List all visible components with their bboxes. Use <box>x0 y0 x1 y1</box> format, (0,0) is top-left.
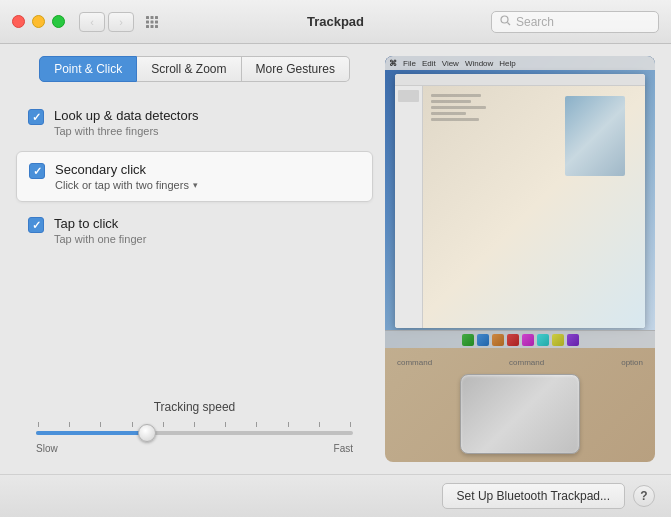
svg-point-9 <box>501 16 508 23</box>
text-line <box>431 94 481 97</box>
tab-scroll-zoom[interactable]: Scroll & Zoom <box>137 56 241 82</box>
tick <box>100 422 101 427</box>
screen-menubar: ⌘ File Edit View Window Help <box>385 56 655 70</box>
checkbox-tap-to-click[interactable]: ✓ <box>28 217 44 233</box>
dock-icon <box>537 334 549 346</box>
dock-icon <box>492 334 504 346</box>
titlebar: ‹ › Trackpad Search <box>0 0 671 44</box>
tick <box>194 422 195 427</box>
text-line <box>431 118 479 121</box>
tick <box>132 422 133 427</box>
setting-secondary-click[interactable]: ✓ Secondary click Click or tap with two … <box>16 151 373 202</box>
dock-icon <box>477 334 489 346</box>
trackpad-preview: ⌘ File Edit View Window Help <box>385 56 655 462</box>
menu-item: Edit <box>422 59 436 68</box>
tracking-speed-section: Tracking speed <box>16 388 373 462</box>
slider-slow-label: Slow <box>36 443 58 454</box>
checkbox-secondary-click[interactable]: ✓ <box>29 163 45 179</box>
bottom-bar: Set Up Bluetooth Trackpad... ? <box>0 474 671 517</box>
slider-track <box>36 431 353 435</box>
screen-window <box>395 74 645 328</box>
menu-item: File <box>403 59 416 68</box>
left-panel: Point & Click Scroll & Zoom More Gesture… <box>16 56 373 462</box>
search-icon <box>500 15 511 28</box>
svg-rect-2 <box>155 16 158 19</box>
checkmark-icon: ✓ <box>32 112 41 123</box>
setting-tap-to-click-title: Tap to click <box>54 216 146 231</box>
nav-arrows: ‹ › <box>79 12 134 32</box>
tick <box>288 422 289 427</box>
menu-item: Window <box>465 59 493 68</box>
screen-sidebar <box>395 86 423 328</box>
screen-win-body <box>395 86 645 328</box>
slider-thumb[interactable] <box>138 424 156 442</box>
tick <box>38 422 39 427</box>
screen-main <box>423 86 645 328</box>
menu-item: Help <box>499 59 515 68</box>
slider-fast-label: Fast <box>334 443 353 454</box>
setting-tap-to-click-desc: Tap with one finger <box>54 233 146 245</box>
tab-point-click[interactable]: Point & Click <box>39 56 137 82</box>
svg-rect-5 <box>155 20 158 23</box>
setting-look-up-text: Look up & data detectors Tap with three … <box>54 108 199 137</box>
dock-icon <box>552 334 564 346</box>
close-button[interactable] <box>12 15 25 28</box>
tick <box>69 422 70 427</box>
settings-list: ✓ Look up & data detectors Tap with thre… <box>16 98 373 255</box>
tick <box>319 422 320 427</box>
setting-look-up[interactable]: ✓ Look up & data detectors Tap with thre… <box>16 98 373 147</box>
slider-container: Slow Fast <box>28 422 361 454</box>
dock-icon <box>567 334 579 346</box>
screen-content: ⌘ File Edit View Window Help <box>385 56 655 348</box>
dropdown-arrow-icon: ▾ <box>193 180 198 190</box>
menu-item: View <box>442 59 459 68</box>
tick <box>256 422 257 427</box>
text-line <box>431 112 466 115</box>
setting-secondary-click-title: Secondary click <box>55 162 198 177</box>
checkbox-look-up[interactable]: ✓ <box>28 109 44 125</box>
tab-more-gestures[interactable]: More Gestures <box>242 56 350 82</box>
keyboard-labels: command command option <box>385 358 655 367</box>
screen-dock <box>385 330 655 348</box>
svg-line-10 <box>508 23 511 26</box>
maximize-button[interactable] <box>52 15 65 28</box>
dock-icon <box>507 334 519 346</box>
setting-look-up-title: Look up & data detectors <box>54 108 199 123</box>
search-box[interactable]: Search <box>491 11 659 33</box>
right-panel: ⌘ File Edit View Window Help <box>385 56 655 462</box>
svg-rect-0 <box>146 16 149 19</box>
slider-fill <box>36 431 147 435</box>
svg-rect-3 <box>146 20 149 23</box>
main-content: Point & Click Scroll & Zoom More Gesture… <box>0 44 671 474</box>
screen-image <box>565 96 625 176</box>
tick <box>163 422 164 427</box>
command-label-right: command <box>509 358 544 367</box>
help-button[interactable]: ? <box>633 485 655 507</box>
search-placeholder: Search <box>516 15 554 29</box>
menu-item: ⌘ <box>389 59 397 68</box>
back-arrow-icon: ‹ <box>90 16 94 28</box>
slider-labels: Slow Fast <box>36 443 353 454</box>
setting-secondary-click-desc[interactable]: Click or tap with two fingers ▾ <box>55 179 198 191</box>
back-button[interactable]: ‹ <box>79 12 105 32</box>
option-label: option <box>621 358 643 367</box>
minimize-button[interactable] <box>32 15 45 28</box>
bluetooth-button[interactable]: Set Up Bluetooth Trackpad... <box>442 483 625 509</box>
dock-icon <box>462 334 474 346</box>
tick-marks <box>36 422 353 427</box>
forward-button[interactable]: › <box>108 12 134 32</box>
setting-look-up-desc: Tap with three fingers <box>54 125 199 137</box>
grid-button[interactable] <box>139 12 165 32</box>
svg-rect-8 <box>155 25 158 28</box>
checkmark-icon: ✓ <box>33 166 42 177</box>
preview-screen: ⌘ File Edit View Window Help <box>385 56 655 348</box>
setting-tap-to-click[interactable]: ✓ Tap to click Tap with one finger <box>16 206 373 255</box>
text-line <box>431 106 486 109</box>
secondary-click-desc-text: Click or tap with two fingers <box>55 179 189 191</box>
screen-text-lines <box>431 94 486 121</box>
grid-icon <box>145 15 159 29</box>
checkmark-icon: ✓ <box>32 220 41 231</box>
svg-rect-4 <box>151 20 154 23</box>
tabs-container: Point & Click Scroll & Zoom More Gesture… <box>16 56 373 82</box>
svg-rect-6 <box>146 25 149 28</box>
